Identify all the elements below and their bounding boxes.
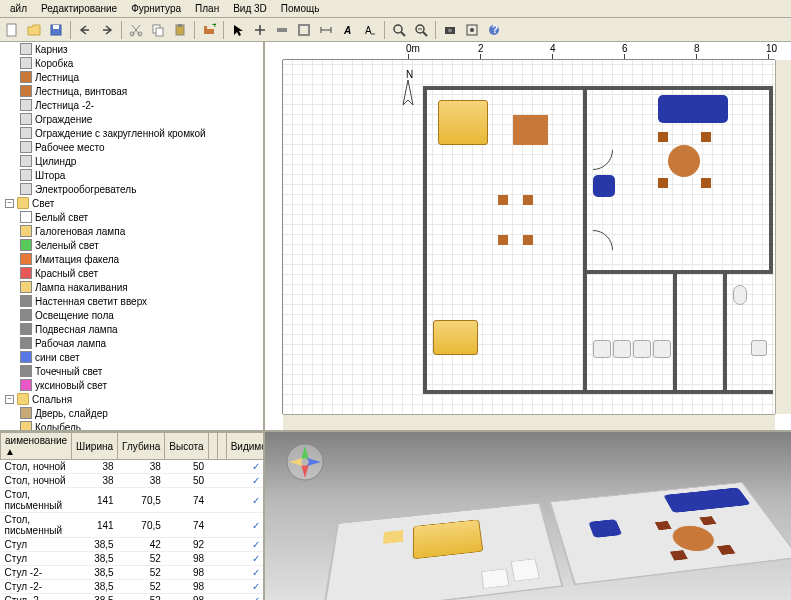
table-row[interactable]: Стол, ночной383850✓ <box>1 474 264 488</box>
table-row[interactable]: Стул38,55298✓ <box>1 552 264 566</box>
plan-canvas[interactable]: N <box>283 60 775 414</box>
save-button[interactable] <box>46 20 66 40</box>
tree-item[interactable]: Ограждение <box>0 112 263 126</box>
plan-chair[interactable] <box>498 195 508 205</box>
table-row[interactable]: Стол, письменный14170,574✓ <box>1 513 264 538</box>
table-row[interactable]: Стул -2-38,55298✓ <box>1 580 264 594</box>
tree-item[interactable]: −Спальня <box>0 392 263 406</box>
plan-bed[interactable] <box>433 320 478 355</box>
furniture-tree[interactable]: КарнизКоробкаЛестницаЛестница, винтоваяЛ… <box>0 42 263 432</box>
plan-cabinet[interactable] <box>633 340 651 358</box>
table-row[interactable]: Стул -2-38,55298✓ <box>1 594 264 601</box>
tree-item[interactable]: Колыбель <box>0 420 263 432</box>
tree-item[interactable]: сини свет <box>0 350 263 364</box>
table-row[interactable]: Стол, письменный14170,574✓ <box>1 488 264 513</box>
menu-edit[interactable]: Редактирование <box>35 2 123 15</box>
tree-item[interactable]: Зеленый свет <box>0 238 263 252</box>
plan-chair[interactable] <box>498 235 508 245</box>
pan-tool[interactable] <box>250 20 270 40</box>
zoom-tool[interactable] <box>389 20 409 40</box>
column-header[interactable]: Высота <box>165 433 208 460</box>
plan-chair[interactable] <box>523 195 533 205</box>
tree-item[interactable]: −Свет <box>0 196 263 210</box>
plan-round-table[interactable] <box>668 145 700 177</box>
tree-item[interactable]: Лампа накаливания <box>0 280 263 294</box>
table-row[interactable]: Стул38,54292✓ <box>1 538 264 552</box>
tree-item[interactable]: Настенная светит вверх <box>0 294 263 308</box>
table-row[interactable]: Стол, ночной383850✓ <box>1 460 264 474</box>
tree-item[interactable]: Ограждение с закругленной кромкой <box>0 126 263 140</box>
plan-scrollbar-v[interactable] <box>775 60 791 414</box>
collapse-icon[interactable]: − <box>5 199 14 208</box>
furniture-table[interactable]: аименование ▲ШиринаГлубинаВысотаВидимост… <box>0 432 263 600</box>
select-tool[interactable] <box>228 20 248 40</box>
plan-cabinet[interactable] <box>593 340 611 358</box>
column-header[interactable]: Глубина <box>118 433 165 460</box>
menu-plan[interactable]: План <box>189 2 225 15</box>
wall-tool[interactable] <box>272 20 292 40</box>
tree-item[interactable]: Коробка <box>0 56 263 70</box>
undo-button[interactable] <box>75 20 95 40</box>
text-tool[interactable]: A <box>338 20 358 40</box>
column-header[interactable]: аименование ▲ <box>1 433 72 460</box>
plan-cabinet[interactable] <box>613 340 631 358</box>
create-photo-button[interactable] <box>440 20 460 40</box>
tree-item[interactable]: Лестница, винтовая <box>0 84 263 98</box>
column-header[interactable]: Ширина <box>72 433 118 460</box>
plan-chair[interactable] <box>701 132 711 142</box>
room-tool[interactable] <box>294 20 314 40</box>
3d-nightstand[interactable] <box>383 530 403 544</box>
tree-item[interactable]: Красный свет <box>0 266 263 280</box>
3d-stove[interactable] <box>481 568 510 588</box>
plan-bunk-bed[interactable] <box>438 100 488 145</box>
plan-cabinet[interactable] <box>653 340 671 358</box>
plan-sink[interactable] <box>751 340 767 356</box>
menu-view3d[interactable]: Вид 3D <box>227 2 273 15</box>
zoom-out-tool[interactable] <box>411 20 431 40</box>
text2-tool[interactable]: A <box>360 20 380 40</box>
tree-item[interactable]: Рабочая лампа <box>0 336 263 350</box>
plan-toilet[interactable] <box>733 285 747 305</box>
tree-item[interactable]: уксиновый свет <box>0 378 263 392</box>
tree-item[interactable]: Карниз <box>0 42 263 56</box>
menu-help[interactable]: Помощь <box>275 2 326 15</box>
column-header[interactable] <box>217 433 226 460</box>
paste-button[interactable] <box>170 20 190 40</box>
tree-item[interactable]: Электрообогреватель <box>0 182 263 196</box>
add-furniture-button[interactable]: + <box>199 20 219 40</box>
nav-3d-compass-icon[interactable] <box>285 442 325 482</box>
tree-item[interactable]: Подвесная лампа <box>0 322 263 336</box>
collapse-icon[interactable]: − <box>5 395 14 404</box>
copy-button[interactable] <box>148 20 168 40</box>
table-row[interactable]: Стул -2-38,55298✓ <box>1 566 264 580</box>
tree-item[interactable]: Рабочее место <box>0 140 263 154</box>
tree-item[interactable]: Галогеновая лампа <box>0 224 263 238</box>
column-header[interactable] <box>208 433 217 460</box>
tree-item[interactable]: Имитация факела <box>0 252 263 266</box>
3d-fridge[interactable] <box>510 559 540 582</box>
tree-item[interactable]: Лестница <box>0 70 263 84</box>
plan-sofa[interactable] <box>658 95 728 123</box>
preferences-button[interactable] <box>462 20 482 40</box>
help-button[interactable]: ? <box>484 20 504 40</box>
tree-item[interactable]: Лестница -2- <box>0 98 263 112</box>
plan-2d-view[interactable]: 0m246810 N <box>265 42 791 432</box>
tree-item[interactable]: Штора <box>0 168 263 182</box>
column-header[interactable]: Видимость <box>226 433 263 460</box>
redo-button[interactable] <box>97 20 117 40</box>
dimension-tool[interactable] <box>316 20 336 40</box>
plan-chair[interactable] <box>523 235 533 245</box>
plan-chair[interactable] <box>658 178 668 188</box>
menu-furniture[interactable]: Фурнитура <box>125 2 187 15</box>
tree-item[interactable]: Дверь, слайдер <box>0 406 263 420</box>
tree-item[interactable]: Точечный свет <box>0 364 263 378</box>
plan-chair[interactable] <box>658 132 668 142</box>
menu-file[interactable]: айл <box>4 2 33 15</box>
tree-item[interactable]: Белый свет <box>0 210 263 224</box>
view-3d[interactable] <box>265 432 791 600</box>
cut-button[interactable] <box>126 20 146 40</box>
plan-chair[interactable] <box>701 178 711 188</box>
tree-item[interactable]: Цилиндр <box>0 154 263 168</box>
open-button[interactable] <box>24 20 44 40</box>
plan-scrollbar-h[interactable] <box>283 414 775 430</box>
